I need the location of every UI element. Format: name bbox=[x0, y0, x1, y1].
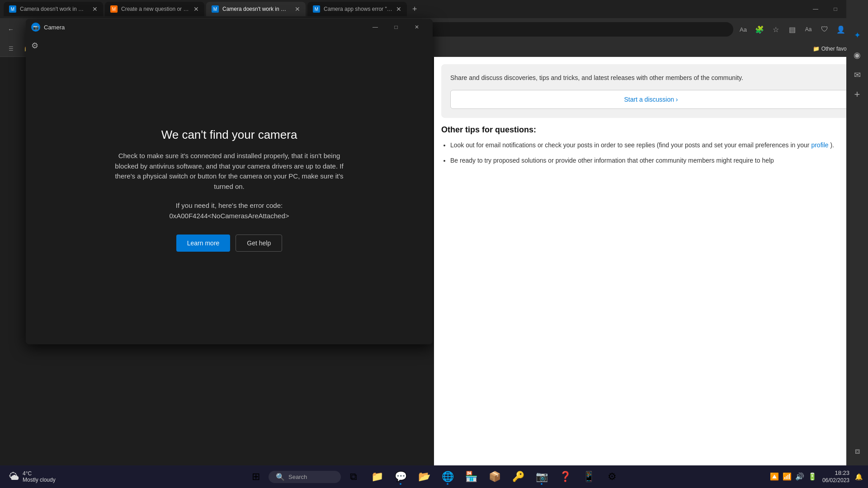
community-description: Share and discuss discoveries, tips and … bbox=[450, 73, 852, 83]
camera-button[interactable]: 📷 bbox=[531, 468, 552, 486]
tab-favicon-3: M bbox=[212, 5, 219, 13]
tip-item-2: Be ready to try proposed solutions or pr… bbox=[450, 155, 861, 165]
profile-link[interactable]: profile bbox=[811, 141, 828, 149]
edge-button[interactable]: 🌐 bbox=[437, 468, 458, 486]
browser-tab-1[interactable]: M Camera doesn't work in Window... ✕ bbox=[4, 2, 103, 16]
sidebar-toggle[interactable]: ☰ bbox=[4, 42, 18, 56]
browser-content: Share and discuss discoveries, tips and … bbox=[434, 57, 868, 465]
restore-button[interactable]: □ bbox=[826, 2, 844, 16]
camera-body: ⚙ We can't find your camera Check to mak… bbox=[26, 35, 433, 344]
tab-close-2[interactable]: ✕ bbox=[193, 5, 199, 13]
collections-icon[interactable]: ▤ bbox=[785, 22, 799, 37]
camera-close[interactable]: ✕ bbox=[406, 19, 427, 35]
tip-1-text: Look out for email notifications or chec… bbox=[450, 141, 811, 149]
weather-info: 4°C Mostly cloudy bbox=[23, 470, 56, 483]
help-button[interactable]: ❓ bbox=[554, 468, 576, 486]
tab-close-4[interactable]: ✕ bbox=[396, 5, 401, 13]
minimize-button[interactable]: — bbox=[807, 2, 825, 16]
search-icon: 🔍 bbox=[276, 473, 285, 481]
taskview-icon: ⧉ bbox=[350, 471, 357, 483]
files-icon: 📂 bbox=[418, 471, 430, 483]
camera-titlebar: 📷 Camera — □ ✕ bbox=[26, 19, 433, 35]
search-label: Search bbox=[288, 474, 307, 480]
store-button[interactable]: 🏪 bbox=[460, 468, 482, 486]
error-code-label: If you need it, here's the error code: bbox=[176, 202, 283, 209]
community-card: Share and discuss discoveries, tips and … bbox=[441, 64, 861, 118]
store-icon: 🏪 bbox=[465, 471, 477, 483]
weather-icon: 🌥 bbox=[9, 471, 19, 483]
tab-close-3[interactable]: ✕ bbox=[295, 5, 300, 13]
sidebar-outlook-icon[interactable]: ✉ bbox=[849, 67, 865, 83]
camera-content: We can't find your camera Check to make … bbox=[107, 128, 351, 252]
camera-window-controls: — □ ✕ bbox=[365, 19, 427, 35]
clock-time: 18:23 bbox=[822, 469, 849, 477]
taskbar: 🌥 4°C Mostly cloudy ⊞ 🔍 Search ⧉ 📁 💬 bbox=[0, 465, 868, 488]
camera-minimize[interactable]: — bbox=[365, 19, 386, 35]
tab-title-3: Camera doesn't work in Window... bbox=[222, 6, 291, 12]
folder-icon-other: 📁 bbox=[813, 46, 820, 52]
tab-favicon-1: M bbox=[9, 5, 16, 13]
start-discussion-button[interactable]: Start a discussion › bbox=[450, 90, 852, 109]
error-code-value: 0xA00F4244<NoCamerasAreAttached> bbox=[169, 212, 289, 220]
dropbox-button[interactable]: 📦 bbox=[484, 468, 505, 486]
taskbar-search[interactable]: 🔍 Search bbox=[269, 471, 341, 483]
chevron-up-icon[interactable]: 🔼 bbox=[770, 472, 779, 481]
learn-more-button[interactable]: Learn more bbox=[176, 235, 231, 252]
browser-tab-2[interactable]: M Create a new question or start a... ✕ bbox=[105, 2, 204, 16]
camera-error-heading: We can't find your camera bbox=[161, 128, 297, 142]
get-help-button[interactable]: Get help bbox=[236, 235, 282, 252]
tab-close-1[interactable]: ✕ bbox=[92, 5, 98, 13]
toolbar-icons: Aa 🧩 ☆ ▤ Aa 🛡 👤 ··· bbox=[736, 22, 864, 37]
tip-1-after: ). bbox=[830, 141, 834, 149]
clock[interactable]: 18:23 06/02/2023 bbox=[822, 469, 849, 484]
phone-button[interactable]: 📱 bbox=[578, 468, 599, 486]
camera-settings-icon[interactable]: ⚙ bbox=[31, 41, 38, 51]
notification-icon[interactable]: 🔔 bbox=[855, 473, 863, 480]
battery-icon[interactable]: 🔋 bbox=[808, 472, 817, 481]
camera-error-code: If you need it, here's the error code: 0… bbox=[169, 201, 289, 221]
sidebar-edge2-icon[interactable]: ◉ bbox=[849, 47, 865, 63]
extension-icon[interactable]: 🧩 bbox=[752, 22, 767, 37]
sidebar-add-button[interactable]: + bbox=[854, 89, 860, 100]
camera-app-window: 📷 Camera — □ ✕ ⚙ We can't find your came… bbox=[26, 19, 433, 344]
settings-icon: ⚙ bbox=[608, 471, 617, 483]
dropbox-icon: 📦 bbox=[489, 471, 501, 483]
camera-app-title: Camera bbox=[44, 24, 65, 31]
volume-icon[interactable]: 🔊 bbox=[795, 472, 804, 481]
files-button[interactable]: 📂 bbox=[413, 468, 435, 486]
camera-maximize[interactable]: □ bbox=[386, 19, 406, 35]
shield-icon[interactable]: 🛡 bbox=[817, 22, 832, 37]
browser-tab-3[interactable]: M Camera doesn't work in Window... ✕ bbox=[206, 2, 306, 16]
taskbar-left: 🌥 4°C Mostly cloudy bbox=[5, 469, 59, 485]
tab-title-4: Camera app shows error "0xA00... bbox=[324, 6, 392, 12]
clarity-icon[interactable]: Aa bbox=[801, 22, 816, 37]
wifi-icon[interactable]: 📶 bbox=[783, 472, 792, 481]
camera-error-description: Check to make sure it's connected and in… bbox=[107, 151, 351, 192]
aa-button[interactable]: Aa bbox=[736, 22, 750, 37]
new-tab-button[interactable]: + bbox=[409, 3, 421, 16]
explorer-button[interactable]: 📁 bbox=[366, 468, 388, 486]
weather-widget[interactable]: 🌥 4°C Mostly cloudy bbox=[5, 469, 59, 485]
sidebar-split-icon[interactable]: ⧈ bbox=[849, 443, 865, 459]
tip-2-text: Be ready to try proposed solutions or pr… bbox=[450, 157, 774, 164]
taskview-button[interactable]: ⧉ bbox=[343, 468, 364, 486]
temperature: 4°C bbox=[23, 470, 56, 477]
favorites-icon[interactable]: ☆ bbox=[769, 22, 783, 37]
tab-favicon-4: M bbox=[313, 5, 320, 13]
browser-tab-4[interactable]: M Camera app shows error "0xA00... ✕ bbox=[307, 2, 407, 16]
sidebar-copilot-icon[interactable]: ✦ bbox=[849, 27, 865, 43]
weather-condition: Mostly cloudy bbox=[23, 477, 56, 483]
settings-button[interactable]: ⚙ bbox=[601, 468, 623, 486]
tips-section: Other tips for questions: Look out for e… bbox=[434, 125, 868, 178]
teams-button[interactable]: 💬 bbox=[390, 468, 411, 486]
teams-icon: 💬 bbox=[395, 471, 407, 483]
phone-icon: 📱 bbox=[583, 471, 595, 483]
back-button[interactable]: ← bbox=[4, 22, 18, 37]
edge-sidebar: ✦ ◉ ✉ + ⧈ ⚙ bbox=[846, 0, 868, 488]
onepassword-button[interactable]: 🔑 bbox=[507, 468, 529, 486]
edge-icon: 🌐 bbox=[442, 471, 454, 483]
tips-heading: Other tips for questions: bbox=[441, 125, 861, 135]
taskbar-right: 🔼 📶 🔊 🔋 18:23 06/02/2023 🔔 bbox=[770, 469, 863, 484]
tab-title-1: Camera doesn't work in Window... bbox=[20, 6, 89, 12]
start-button[interactable]: ⊞ bbox=[245, 468, 267, 486]
